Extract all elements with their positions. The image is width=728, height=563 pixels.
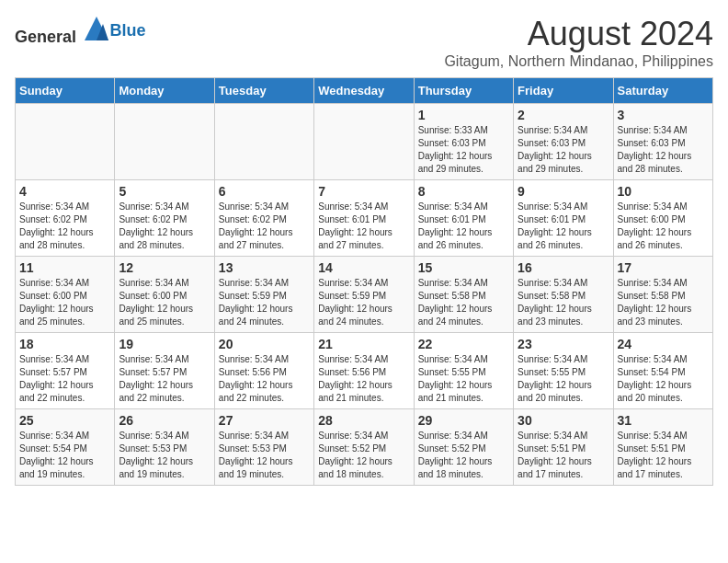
day-info: Sunrise: 5:34 AMSunset: 5:54 PMDaylight:… (618, 353, 709, 405)
day-info: Sunrise: 5:34 AMSunset: 6:01 PMDaylight:… (418, 201, 509, 252)
column-header-saturday: Saturday (613, 78, 712, 104)
calendar-cell (115, 104, 214, 180)
day-info: Sunrise: 5:34 AMSunset: 5:54 PMDaylight:… (19, 430, 110, 481)
day-number: 10 (618, 184, 709, 199)
day-number: 17 (618, 260, 709, 275)
column-header-friday: Friday (514, 78, 613, 104)
day-number: 27 (219, 413, 310, 428)
calendar-cell: 18Sunrise: 5:34 AMSunset: 5:57 PMDayligh… (16, 333, 115, 409)
day-number: 18 (19, 337, 110, 351)
day-info: Sunrise: 5:34 AMSunset: 5:59 PMDaylight:… (219, 277, 310, 328)
day-info: Sunrise: 5:34 AMSunset: 6:00 PMDaylight:… (618, 201, 709, 252)
week-row: 1Sunrise: 5:33 AMSunset: 6:03 PMDaylight… (16, 104, 713, 180)
day-number: 22 (418, 337, 509, 351)
day-info: Sunrise: 5:34 AMSunset: 5:55 PMDaylight:… (518, 353, 609, 405)
subtitle: Gitagum, Northern Mindanao, Philippines (444, 53, 713, 70)
header: General Blue August 2024 Gitagum, Northe… (15, 15, 713, 70)
day-info: Sunrise: 5:34 AMSunset: 5:58 PMDaylight:… (518, 277, 609, 328)
day-info: Sunrise: 5:34 AMSunset: 6:00 PMDaylight:… (119, 277, 210, 328)
day-number: 21 (318, 337, 409, 351)
calendar-cell: 16Sunrise: 5:34 AMSunset: 5:58 PMDayligh… (514, 257, 613, 333)
calendar-cell: 25Sunrise: 5:34 AMSunset: 5:54 PMDayligh… (16, 409, 115, 486)
title-area: August 2024 Gitagum, Northern Mindanao, … (444, 15, 713, 70)
day-info: Sunrise: 5:34 AMSunset: 6:03 PMDaylight:… (518, 124, 609, 176)
day-number: 9 (518, 184, 609, 199)
column-header-tuesday: Tuesday (214, 78, 313, 104)
calendar-cell: 11Sunrise: 5:34 AMSunset: 6:00 PMDayligh… (16, 257, 115, 333)
calendar-cell: 15Sunrise: 5:34 AMSunset: 5:58 PMDayligh… (414, 257, 513, 333)
header-row: SundayMondayTuesdayWednesdayThursdayFrid… (16, 78, 713, 104)
calendar-cell: 8Sunrise: 5:34 AMSunset: 6:01 PMDaylight… (414, 180, 513, 257)
calendar-cell: 17Sunrise: 5:34 AMSunset: 5:58 PMDayligh… (613, 257, 712, 333)
column-header-thursday: Thursday (414, 78, 513, 104)
day-number: 13 (219, 260, 310, 275)
calendar-cell: 19Sunrise: 5:34 AMSunset: 5:57 PMDayligh… (115, 333, 214, 409)
day-number: 19 (119, 337, 210, 351)
calendar-table: SundayMondayTuesdayWednesdayThursdayFrid… (15, 77, 713, 486)
day-number: 11 (19, 260, 110, 275)
day-number: 7 (318, 184, 409, 199)
day-number: 31 (618, 413, 709, 428)
day-info: Sunrise: 5:34 AMSunset: 5:53 PMDaylight:… (219, 430, 310, 481)
column-header-sunday: Sunday (16, 78, 115, 104)
calendar-cell: 1Sunrise: 5:33 AMSunset: 6:03 PMDaylight… (414, 104, 513, 180)
day-number: 30 (518, 413, 609, 428)
day-number: 14 (318, 260, 409, 275)
day-info: Sunrise: 5:33 AMSunset: 6:03 PMDaylight:… (418, 124, 509, 176)
day-info: Sunrise: 5:34 AMSunset: 5:53 PMDaylight:… (119, 430, 210, 481)
day-number: 28 (318, 413, 409, 428)
day-number: 26 (119, 413, 210, 428)
day-info: Sunrise: 5:34 AMSunset: 6:02 PMDaylight:… (19, 201, 110, 252)
day-info: Sunrise: 5:34 AMSunset: 6:01 PMDaylight:… (318, 201, 409, 252)
day-info: Sunrise: 5:34 AMSunset: 5:56 PMDaylight:… (219, 353, 310, 405)
logo-icon (83, 15, 110, 42)
calendar-cell: 10Sunrise: 5:34 AMSunset: 6:00 PMDayligh… (613, 180, 712, 257)
calendar-cell: 6Sunrise: 5:34 AMSunset: 6:02 PMDaylight… (214, 180, 313, 257)
day-number: 15 (418, 260, 509, 275)
column-header-wednesday: Wednesday (314, 78, 414, 104)
calendar-cell: 28Sunrise: 5:34 AMSunset: 5:52 PMDayligh… (314, 409, 414, 486)
calendar-cell: 30Sunrise: 5:34 AMSunset: 5:51 PMDayligh… (514, 409, 613, 486)
day-number: 4 (19, 184, 110, 199)
day-info: Sunrise: 5:34 AMSunset: 5:57 PMDaylight:… (119, 353, 210, 405)
day-info: Sunrise: 5:34 AMSunset: 6:01 PMDaylight:… (518, 201, 609, 252)
calendar-cell: 26Sunrise: 5:34 AMSunset: 5:53 PMDayligh… (115, 409, 214, 486)
day-number: 5 (119, 184, 210, 199)
day-info: Sunrise: 5:34 AMSunset: 6:02 PMDaylight:… (219, 201, 310, 252)
calendar-cell: 5Sunrise: 5:34 AMSunset: 6:02 PMDaylight… (115, 180, 214, 257)
calendar-cell (314, 104, 414, 180)
day-number: 25 (19, 413, 110, 428)
calendar-cell: 21Sunrise: 5:34 AMSunset: 5:56 PMDayligh… (314, 333, 414, 409)
main-title: August 2024 (444, 15, 713, 53)
calendar-cell: 7Sunrise: 5:34 AMSunset: 6:01 PMDaylight… (314, 180, 414, 257)
calendar-cell: 14Sunrise: 5:34 AMSunset: 5:59 PMDayligh… (314, 257, 414, 333)
calendar-cell: 20Sunrise: 5:34 AMSunset: 5:56 PMDayligh… (214, 333, 313, 409)
calendar-cell (16, 104, 115, 180)
day-number: 29 (418, 413, 509, 428)
day-info: Sunrise: 5:34 AMSunset: 5:59 PMDaylight:… (318, 277, 409, 328)
day-info: Sunrise: 5:34 AMSunset: 5:51 PMDaylight:… (518, 430, 609, 481)
day-info: Sunrise: 5:34 AMSunset: 5:57 PMDaylight:… (19, 353, 110, 405)
day-number: 8 (418, 184, 509, 199)
calendar-cell: 13Sunrise: 5:34 AMSunset: 5:59 PMDayligh… (214, 257, 313, 333)
logo: General Blue (15, 15, 146, 47)
calendar-cell (214, 104, 313, 180)
week-row: 25Sunrise: 5:34 AMSunset: 5:54 PMDayligh… (16, 409, 713, 486)
day-info: Sunrise: 5:34 AMSunset: 5:52 PMDaylight:… (418, 430, 509, 481)
day-info: Sunrise: 5:34 AMSunset: 6:02 PMDaylight:… (119, 201, 210, 252)
calendar-cell: 27Sunrise: 5:34 AMSunset: 5:53 PMDayligh… (214, 409, 313, 486)
day-number: 1 (418, 108, 509, 122)
day-info: Sunrise: 5:34 AMSunset: 5:56 PMDaylight:… (318, 353, 409, 405)
calendar-cell: 24Sunrise: 5:34 AMSunset: 5:54 PMDayligh… (613, 333, 712, 409)
day-number: 16 (518, 260, 609, 275)
calendar-cell: 12Sunrise: 5:34 AMSunset: 6:00 PMDayligh… (115, 257, 214, 333)
day-info: Sunrise: 5:34 AMSunset: 6:03 PMDaylight:… (618, 124, 709, 176)
calendar-cell: 29Sunrise: 5:34 AMSunset: 5:52 PMDayligh… (414, 409, 513, 486)
day-number: 6 (219, 184, 310, 199)
calendar-cell: 22Sunrise: 5:34 AMSunset: 5:55 PMDayligh… (414, 333, 513, 409)
day-info: Sunrise: 5:34 AMSunset: 5:51 PMDaylight:… (618, 430, 709, 481)
day-number: 20 (219, 337, 310, 351)
calendar-cell: 3Sunrise: 5:34 AMSunset: 6:03 PMDaylight… (613, 104, 712, 180)
calendar-cell: 4Sunrise: 5:34 AMSunset: 6:02 PMDaylight… (16, 180, 115, 257)
logo-text-general: General (15, 28, 76, 46)
